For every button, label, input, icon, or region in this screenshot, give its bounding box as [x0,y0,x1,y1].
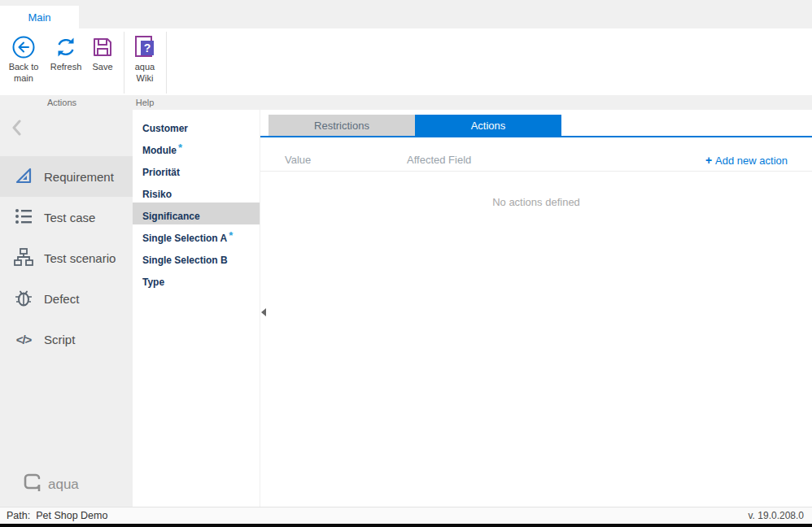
column-header-affected-field: Affected Field [407,154,705,166]
help-group-label: Help [124,95,166,110]
splitter-collapse-arrow[interactable] [261,308,266,316]
sidebar-item-label: Defect [44,292,79,306]
actions-list-header: Value Affected Field +Add new action [260,149,812,172]
sidebar-item-label: Requirement [44,170,114,184]
field-item-single-selection-a[interactable]: Single Selection A* [133,224,260,246]
app-window: Main Back to main Refresh [0,0,812,527]
plus-icon: + [705,154,712,167]
back-to-main-button[interactable]: Back to main [2,33,45,85]
back-to-main-label: Back to main [2,62,45,85]
main-tabs: Restrictions Actions [268,115,561,136]
field-item-module[interactable]: Module* [133,137,260,159]
script-code-icon: </> [13,333,34,346]
path-label: Path: [7,510,30,521]
sidebar-item-label: Test scenario [44,251,116,265]
tab-restrictions[interactable]: Restrictions [268,115,415,136]
field-item-customer[interactable]: Customer [133,115,260,137]
save-floppy-icon [91,33,114,61]
sidebar-item-label: Test case [44,211,95,224]
path-status: Path:Pet Shop Demo [7,507,107,524]
required-asterisk: * [229,229,233,242]
field-label: Single Selection B [142,255,228,266]
add-new-action-button[interactable]: +Add new action [705,154,788,167]
sidebar-item-requirement[interactable]: Requirement [0,156,133,197]
test-scenario-hierarchy-icon [13,246,34,270]
ribbon-tab-main[interactable]: Main [0,6,79,28]
save-button[interactable]: Save [84,33,121,73]
test-case-list-icon [13,206,34,229]
field-label: Significance [142,211,200,222]
defect-bug-icon [13,287,34,311]
sidebar-item-label: Script [44,333,75,346]
wiki-help-icon: ? [133,33,156,61]
field-item-prioritaet[interactable]: Priorität [133,159,260,181]
tab-underline [260,136,812,137]
field-label: Module [142,145,177,156]
refresh-label: Refresh [50,62,82,73]
field-item-single-selection-b[interactable]: Single Selection B [133,246,260,268]
requirement-icon [13,165,34,189]
field-label: Priorität [142,167,180,178]
required-asterisk: * [178,142,182,154]
aqua-logo-icon [23,473,42,495]
sidebar-collapse-chevron-icon[interactable] [11,120,22,139]
bottom-edge-bar [0,524,812,527]
path-value: Pet Shop Demo [36,510,107,521]
sidebar-item-script[interactable]: </> Script [0,319,133,359]
field-label: Customer [142,123,188,134]
svg-text:?: ? [144,41,151,54]
field-label: Single Selection A [142,233,227,244]
aqua-logo-text: aqua [48,477,79,493]
field-item-significance[interactable]: Significance [133,203,260,224]
main-panel: Restrictions Actions Value Affected Fiel… [260,110,812,507]
refresh-button[interactable]: Refresh [46,33,86,73]
sidebar-item-defect[interactable]: Defect [0,278,133,319]
sidebar-item-test-scenario[interactable]: Test scenario [0,237,133,278]
empty-state-message: No actions defined [260,196,812,208]
refresh-icon [54,33,78,61]
aqua-wiki-label: aqua Wiki [126,62,164,85]
ribbon-group-strip: Actions Help [0,95,812,110]
field-item-type[interactable]: Type [133,268,260,290]
aqua-logo: aqua [23,473,79,495]
field-list: Customer Module* Priorität Risiko Signif… [133,110,260,507]
sidebar-item-test-case[interactable]: Test case [0,197,133,237]
status-bar: Path:Pet Shop Demo v. 19.0.208.0 [0,507,812,524]
ribbon-group-separator [124,32,124,94]
ribbon: Back to main Refresh Save [0,28,812,110]
actions-group-label: Actions [0,95,124,110]
ribbon-group-separator [166,32,167,94]
sidebar: Requirement Test case Test scenario [0,110,133,507]
aqua-wiki-button[interactable]: ? aqua Wiki [126,33,164,85]
ribbon-tab-bar: Main [0,0,812,28]
add-new-action-label: Add new action [715,155,788,167]
version-label: v. 19.0.208.0 [749,507,805,524]
save-label: Save [92,62,112,73]
column-header-value: Value [285,154,407,166]
field-label: Risiko [142,189,172,200]
tab-actions[interactable]: Actions [415,115,561,136]
back-arrow-icon [11,33,36,61]
field-label: Type [142,277,164,288]
field-item-risiko[interactable]: Risiko [133,181,260,203]
